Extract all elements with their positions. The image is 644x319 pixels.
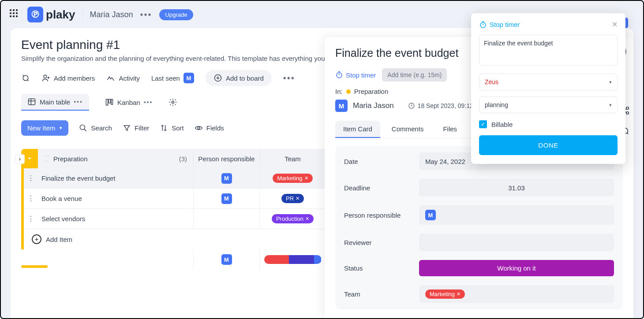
team-chip: Production✕	[272, 214, 314, 223]
person-avatar: M	[221, 173, 232, 184]
view-settings-button[interactable]	[168, 98, 177, 107]
timer-popover: Stop timer ✕ Finalize the event budget Z…	[471, 13, 625, 164]
summary-person: M	[193, 249, 259, 270]
group-name-cell[interactable]: ⋮⋮ Preparation (3)	[38, 154, 193, 163]
creator-avatar: M	[335, 100, 348, 112]
divider	[82, 8, 83, 21]
column-header-person[interactable]: Person responsible	[193, 149, 259, 168]
timer-description-input[interactable]: Finalize the event budget	[479, 35, 618, 66]
svg-point-14	[626, 107, 629, 110]
group-color-dot	[346, 89, 351, 94]
activity-button[interactable]: Activity	[106, 74, 140, 82]
billable-checkbox[interactable]: ✓Billable	[479, 120, 618, 128]
project-select[interactable]: Zeus▾	[479, 74, 618, 90]
remove-chip-icon[interactable]: ✕	[457, 291, 461, 297]
column-header-team[interactable]: Team	[259, 149, 326, 168]
remove-chip-icon[interactable]: ✕	[305, 216, 309, 222]
svg-point-15	[626, 112, 629, 115]
upgrade-button[interactable]: Upgrade	[159, 9, 194, 20]
done-button[interactable]: DONE	[479, 135, 618, 155]
workspace-user[interactable]: Maria Jason	[90, 10, 133, 19]
row-menu-icon[interactable]: ⋮	[24, 174, 38, 182]
item-fields: DateMay 24, 2022 Deadline31.03 Person re…	[335, 146, 623, 309]
created-timestamp: 18 Sept 2023, 09:12	[408, 102, 473, 109]
row-name[interactable]: Select vendors	[38, 215, 193, 223]
close-popover-button[interactable]: ✕	[612, 20, 618, 29]
last-seen[interactable]: Last seenM	[151, 73, 194, 83]
cell-person[interactable]	[193, 209, 259, 229]
person-avatar: M	[425, 210, 436, 220]
sort-button[interactable]: Sort	[160, 124, 184, 132]
row-menu-icon[interactable]: ⋮	[24, 194, 38, 203]
svg-point-8	[80, 125, 85, 130]
remove-chip-icon[interactable]: ✕	[304, 175, 308, 181]
board-more-icon[interactable]: •••	[283, 73, 295, 83]
view-more-icon[interactable]: •••	[144, 99, 153, 106]
view-kanban[interactable]: Kanban•••	[99, 94, 159, 110]
svg-rect-6	[111, 99, 112, 104]
svg-point-9	[198, 127, 200, 129]
cell-person[interactable]: M	[193, 189, 259, 209]
status-value[interactable]: Working on it	[419, 260, 614, 276]
row-name[interactable]: Book a venue	[38, 195, 193, 202]
logo-mark-icon: ℗	[27, 7, 43, 22]
stop-timer-button[interactable]: Stop timer	[335, 71, 376, 79]
cell-team[interactable]: Marketing✕	[259, 168, 326, 189]
new-item-button[interactable]: New Item▾	[21, 120, 68, 136]
cell-team[interactable]: Production✕	[259, 209, 326, 229]
tab-item-card[interactable]: Item Card	[335, 121, 380, 138]
drag-handle-icon[interactable]: ⋮⋮	[44, 154, 50, 163]
plus-icon: +	[32, 234, 41, 244]
tab-comments[interactable]: Comments	[384, 121, 432, 138]
expand-sidebar-icon[interactable]: ›	[15, 154, 25, 164]
add-to-board-button[interactable]: Add to board	[206, 70, 272, 86]
scroll-indicator	[21, 265, 48, 268]
svg-point-0	[23, 75, 28, 81]
tab-files[interactable]: Files	[435, 121, 465, 138]
brand-name: plaky	[46, 8, 75, 22]
team-chip: Marketing✕	[425, 289, 465, 299]
last-seen-avatar: M	[183, 73, 194, 83]
fields-button[interactable]: Fields	[195, 124, 224, 132]
field-deadline: Deadline31.03	[335, 174, 623, 201]
search-button[interactable]: Search	[79, 124, 112, 132]
cell-team[interactable]: PR✕	[259, 189, 326, 209]
row-menu-icon[interactable]: ⋮	[24, 215, 38, 223]
cell-person[interactable]: M	[193, 168, 259, 189]
team-chip: PR✕	[281, 194, 304, 203]
popover-title: Stop timer	[479, 21, 520, 29]
add-time-input[interactable]: Add time (e.g. 15m)	[382, 68, 447, 82]
svg-rect-5	[109, 99, 110, 103]
automation-button[interactable]	[21, 74, 30, 82]
field-person: Person responsibleM	[335, 201, 623, 229]
field-team: TeamMarketing✕	[335, 281, 623, 308]
more-icon[interactable]: •••	[140, 10, 152, 20]
field-status: StatusWorking on it	[335, 256, 623, 281]
summary-team	[259, 249, 326, 270]
svg-point-7	[172, 101, 174, 104]
apps-grid-icon[interactable]	[10, 9, 20, 20]
team-distribution-bar	[264, 255, 322, 264]
row-color-bar	[21, 229, 24, 249]
tag-select[interactable]: planning▾	[479, 96, 618, 113]
checkbox-checked-icon: ✓	[479, 120, 487, 128]
view-main-table[interactable]: Main table•••	[21, 94, 89, 111]
svg-rect-3	[29, 99, 35, 104]
add-members-button[interactable]: Add members	[41, 74, 95, 82]
svg-point-1	[44, 75, 47, 78]
svg-rect-4	[106, 99, 108, 105]
person-avatar: M	[221, 193, 232, 204]
team-chip: Marketing✕	[273, 174, 312, 183]
view-more-icon[interactable]: •••	[74, 98, 83, 105]
row-name[interactable]: Finalize the event budget	[38, 174, 193, 182]
field-reviewer: Reviewer	[335, 229, 623, 256]
brand-logo[interactable]: ℗ plaky	[27, 7, 75, 22]
filter-button[interactable]: Filter	[123, 124, 149, 132]
remove-chip-icon[interactable]: ✕	[296, 196, 300, 201]
